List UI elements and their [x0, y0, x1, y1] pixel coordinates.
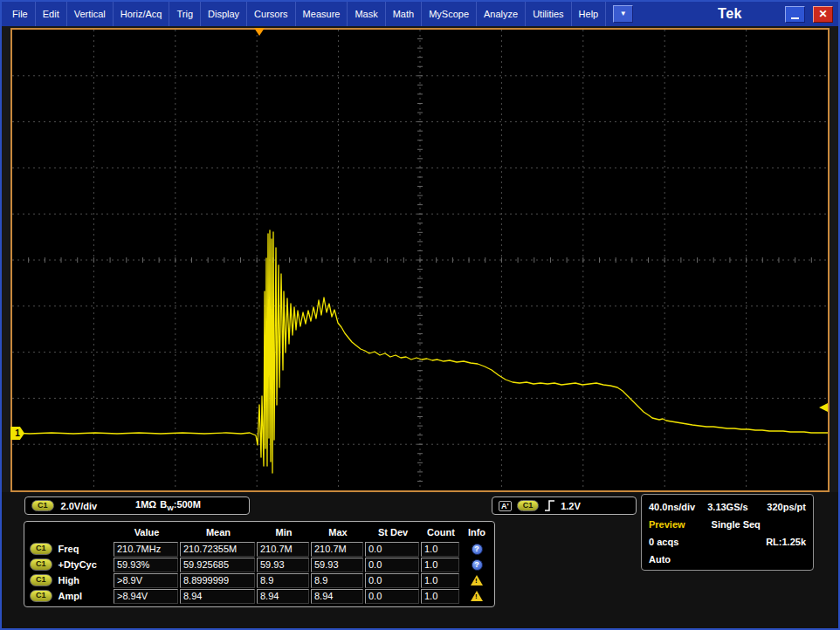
resolution-value: 320ps/pt — [767, 502, 806, 512]
trigger-level-value: 1.2V — [561, 501, 581, 511]
column-header: Value — [114, 527, 180, 538]
channel-badge[interactable]: C1 — [30, 574, 52, 586]
measurement-cell: 8.94 — [180, 589, 255, 604]
help-icon[interactable]: ? — [472, 559, 483, 571]
table-row: C1+DtyCyc59.93%59.92568559.9359.930.01.0… — [26, 557, 492, 572]
measurement-label: Ampl — [59, 591, 83, 601]
channel-badge[interactable]: C1 — [30, 590, 52, 602]
column-header: Count — [421, 527, 461, 538]
menu-item-math[interactable]: Math — [386, 2, 422, 26]
measurement-name: C1Ampl — [26, 590, 114, 602]
menu-bar: FileEditVerticalHoriz/AcqTrigDisplayCurs… — [2, 2, 838, 26]
column-header: Min — [257, 527, 311, 538]
menu-item-file[interactable]: File — [5, 2, 36, 26]
measurement-cell: 59.925685 — [180, 558, 255, 572]
measurement-cell: 210.72355M — [180, 542, 255, 557]
measurement-cell: 8.9 — [257, 573, 309, 588]
acquisition-mode: Single Seq — [712, 519, 761, 530]
trigger-level-marker[interactable] — [819, 403, 828, 412]
measurement-cell: 210.7M — [257, 542, 309, 557]
help-icon[interactable]: ? — [472, 544, 483, 555]
measurement-cell: 0.0 — [365, 589, 419, 604]
measurement-table: ValueMeanMinMaxSt DevCountInfo C1Freq210… — [24, 521, 495, 607]
trigger-channel-badge[interactable]: C1 — [517, 500, 540, 512]
close-icon: ✕ — [818, 9, 827, 19]
measurement-cell: 8.94 — [257, 589, 309, 604]
close-button[interactable]: ✕ — [813, 6, 833, 23]
menu-item-horiz-acq[interactable]: Horiz/Acq — [114, 2, 170, 26]
impedance-value: 1MΩ — [135, 499, 156, 510]
measurement-cell: 0.0 — [365, 542, 419, 557]
status-area: C1 2.0V/div 1MΩ BW:500M A' C1 1.2V 40.0n… — [2, 492, 838, 628]
trigger-position-marker[interactable] — [254, 28, 265, 36]
menu-items: FileEditVerticalHoriz/AcqTrigDisplayCurs… — [5, 2, 606, 26]
column-header: Info — [461, 527, 492, 538]
trigger-source-label: A' — [499, 501, 512, 511]
measurement-name: C1+DtyCyc — [26, 558, 114, 571]
measurement-headers: ValueMeanMinMaxSt DevCountInfo — [26, 524, 492, 541]
measurement-cell: 59.93 — [311, 558, 363, 572]
vertical-scale: 2.0V/div — [61, 501, 98, 511]
channel-badge[interactable]: C1 — [30, 543, 52, 555]
graticule: 1 — [10, 28, 830, 492]
menu-item-analyze[interactable]: Analyze — [477, 2, 526, 26]
measurement-cell: 1.0 — [421, 542, 459, 557]
acquisition-count: 0 acqs — [649, 537, 678, 547]
measurement-cell: 0.0 — [365, 573, 419, 588]
measurement-cell: 8.94 — [311, 589, 363, 604]
menu-item-vertical[interactable]: Vertical — [67, 2, 114, 26]
measurement-cell: 8.9 — [311, 573, 363, 588]
measurement-name: C1Freq — [26, 543, 114, 555]
menu-item-help[interactable]: Help — [572, 2, 607, 26]
measurement-label: +DtyCyc — [59, 559, 97, 570]
column-header: Max — [311, 527, 365, 538]
menu-item-cursors[interactable]: Cursors — [247, 2, 296, 26]
table-row: C1High>8.9V8.89999998.98.90.01.0 — [26, 572, 492, 588]
menu-item-edit[interactable]: Edit — [36, 2, 67, 26]
measurement-cell: 1.0 — [421, 558, 459, 572]
menu-dropdown-button[interactable]: ▼ — [613, 5, 633, 23]
waveform-svg — [12, 30, 828, 490]
warning-icon[interactable] — [471, 575, 483, 585]
channel-badge[interactable]: C1 — [30, 558, 52, 571]
measurement-cell: 1.0 — [421, 589, 459, 604]
timebase-value: 40.0ns/div — [649, 502, 695, 512]
measurement-cell: >8.94V — [114, 589, 178, 604]
measurement-cell: 59.93% — [114, 558, 178, 572]
sample-rate-value: 3.13GS/s — [707, 502, 747, 512]
measurement-cell: 210.7M — [311, 542, 363, 557]
menu-item-measure[interactable]: Measure — [296, 2, 348, 26]
channel-badge[interactable]: C1 — [31, 500, 54, 512]
waveform-trace — [12, 230, 828, 473]
channel-readout[interactable]: C1 2.0V/div 1MΩ BW:500M — [24, 496, 250, 515]
tekscope-window: FileEditVerticalHoriz/AcqTrigDisplayCurs… — [0, 0, 840, 630]
table-row: C1Ampl>8.94V8.948.948.940.01.0 — [26, 588, 492, 604]
minimize-icon — [791, 17, 799, 19]
menu-item-myscope[interactable]: MyScope — [422, 2, 477, 26]
measurement-rows: C1Freq210.7MHz210.72355M210.7M210.7M0.01… — [26, 541, 492, 604]
measurement-label: High — [59, 575, 79, 585]
table-row: C1Freq210.7MHz210.72355M210.7M210.7M0.01… — [26, 541, 492, 557]
measurement-name: C1High — [26, 574, 114, 586]
measurement-cell: 8.8999999 — [180, 573, 255, 588]
horizontal-panel: 40.0ns/div 3.13GS/s 320ps/pt Preview Sin… — [641, 494, 814, 571]
trigger-mode: Auto — [649, 554, 671, 565]
menu-item-display[interactable]: Display — [201, 2, 247, 26]
tek-logo: Tek — [718, 6, 742, 22]
warning-icon[interactable] — [471, 591, 483, 601]
menu-item-mask[interactable]: Mask — [348, 2, 385, 26]
column-header: St Dev — [365, 527, 421, 538]
measurement-cell: 0.0 — [365, 558, 419, 572]
measurement-label: Freq — [59, 544, 79, 554]
acquisition-status: Preview — [649, 519, 685, 530]
record-length: RL:1.25k — [766, 537, 806, 547]
menu-item-utilities[interactable]: Utilities — [526, 2, 571, 26]
measurement-cell: 1.0 — [421, 573, 459, 588]
chevron-down-icon: ▼ — [620, 10, 627, 17]
measurement-cell: >8.9V — [114, 573, 178, 588]
minimize-button[interactable] — [785, 6, 805, 23]
menu-item-trig[interactable]: Trig — [169, 2, 201, 26]
measurement-cell: 59.93 — [257, 558, 309, 572]
trigger-readout[interactable]: A' C1 1.2V — [492, 496, 637, 515]
rising-edge-icon — [544, 499, 555, 512]
